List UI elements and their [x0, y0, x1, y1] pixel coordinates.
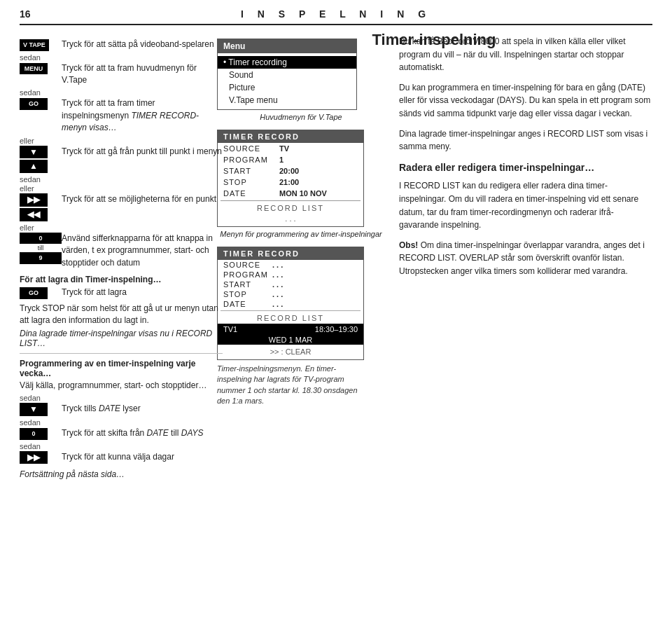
- zero-key: 0: [20, 233, 62, 244]
- tr2-program-row: PROGRAM . . .: [218, 270, 363, 280]
- tr2-source-value: . . .: [272, 261, 283, 269]
- tr2-start-value: . . .: [272, 280, 283, 289]
- go-key: GO: [20, 98, 48, 110]
- numbers-text: Använd sifferknapparna för att knappa in…: [62, 233, 223, 269]
- record-list-entry-tv1: TV1 18:30–19:30: [218, 324, 363, 335]
- menu-key: MENU: [20, 63, 48, 75]
- source-label: SOURCE: [223, 144, 279, 153]
- tr2-program-label: PROGRAM: [223, 270, 272, 279]
- left-column: V TAPE Tryck för att sätta på videoband-…: [20, 39, 223, 479]
- go-key-cell: GO: [20, 97, 62, 110]
- prog-zero-key: 0: [20, 428, 48, 440]
- record-list-label-1: RECORD LIST: [218, 202, 363, 214]
- separator-line: [20, 353, 223, 354]
- ff-key-cell: ▶▶ ◀◀: [20, 193, 62, 221]
- start-value: 20:00: [279, 167, 299, 175]
- record-list-dots-1: . . .: [218, 214, 363, 223]
- timer-record-box-1: TIMER RECORD SOURCE TV PROGRAM 1 START 2…: [217, 130, 364, 227]
- sedan-label-2: sedan: [20, 88, 223, 97]
- tr2-start-row: START . . .: [218, 280, 363, 289]
- section-title: Radera eller redigera timer-inspelningar…: [399, 160, 652, 176]
- timer-record-title-1: TIMER RECORD: [218, 130, 363, 143]
- start-label: START: [223, 167, 279, 175]
- tr2-date-value: . . .: [272, 300, 283, 308]
- tr2-program-value: . . .: [272, 270, 283, 279]
- timer-record-title-2: TIMER RECORD: [218, 247, 363, 260]
- tr2-stop-row: STOP . . .: [218, 289, 363, 299]
- tr2-source-label: SOURCE: [223, 261, 272, 269]
- menu-key-cell: MENU: [20, 62, 62, 75]
- prog-row-2-text: Tryck för att skifta från DATE till DAYS: [62, 427, 204, 439]
- numbers-key-cell: 0 till 9: [20, 233, 62, 264]
- ff-text: Tryck för att se möjligheterna för en pu…: [62, 193, 216, 205]
- timer-record-box-2: TIMER RECORD SOURCE . . . PROGRAM . . . …: [217, 247, 364, 360]
- tr2-date-label: DATE: [223, 300, 272, 308]
- sedan-label-5: sedan: [20, 418, 223, 427]
- page-header: I N S P E L N I N G: [0, 8, 672, 20]
- record-list-label-2: RECORD LIST: [218, 312, 363, 324]
- timer-record-row-program: PROGRAM 1: [218, 154, 363, 165]
- arrow-down-key-cell: ▼ ▲: [20, 146, 62, 174]
- menu-box: Menu Timer recording Sound Picture V.Tap…: [217, 39, 357, 110]
- obs-label: Obs!: [399, 240, 418, 250]
- vtape-key-cell: V TAPE: [20, 39, 62, 51]
- lagra-title: För att lagra din Timer-inspelning…: [20, 275, 223, 284]
- entry-tv1-label: TV1: [223, 325, 237, 333]
- vtape-key: V TAPE: [20, 39, 49, 51]
- source-value: TV: [279, 144, 289, 153]
- prog-row-3: ▶▶ Tryck för att kunna välja dagar: [20, 451, 223, 464]
- eller-label-1: eller: [20, 137, 223, 145]
- obs-row: Obs! Om dina timer-inspelningar överlapp…: [399, 239, 652, 278]
- prog-row-3-text: Tryck för att kunna välja dagar: [62, 451, 174, 463]
- menu-item-vtape-menu[interactable]: V.Tape menu: [218, 94, 356, 106]
- instruction-go: GO Tryck för att ta fram timer inspelnin…: [20, 97, 223, 134]
- sedan-label-3: sedan: [20, 175, 223, 184]
- lagra-go-text: Tryck för att lagra: [62, 287, 127, 298]
- stop-text: Tryck STOP när som helst för att gå ut u…: [20, 303, 223, 327]
- prog-zero-cell: 0: [20, 427, 62, 440]
- date-label: DATE: [223, 189, 279, 198]
- right-para-4: I RECORD LIST kan du redigera eller rade…: [399, 179, 652, 231]
- prog-intro: Välj källa, programnummer, start- och st…: [20, 380, 223, 390]
- arrow-text: Tryck för att gå från punkt till punkt i…: [62, 146, 222, 158]
- arrow-down-key: ▼: [20, 146, 48, 159]
- timer-record-row-start: START 20:00: [218, 165, 363, 177]
- stop-value: 21:00: [279, 178, 299, 186]
- timer-prog-caption: Menyn för programmering av timer-inspeln…: [217, 230, 385, 238]
- prog-row-1: ▼ Tryck tills DATE lyser: [20, 403, 223, 416]
- stop-label: STOP: [223, 178, 279, 186]
- instruction-lagra-go: GO Tryck för att lagra: [20, 287, 223, 299]
- tr2-stop-label: STOP: [223, 290, 272, 298]
- program-value: 1: [279, 156, 284, 164]
- menu-box-title: Menu: [218, 39, 356, 53]
- prog-row-1-text: Tryck tills DATE lyser: [62, 403, 141, 415]
- prog-ff-key: ▶▶: [20, 451, 48, 464]
- eller-label-3: eller: [20, 223, 223, 232]
- tr2-stop-value: . . .: [272, 290, 283, 298]
- sedan-label-6: sedan: [20, 442, 223, 450]
- entry-tv1-time: 18:30–19:30: [315, 325, 358, 333]
- prog-arrow-cell: ▼: [20, 403, 62, 416]
- rw-key: ◀◀: [20, 208, 48, 221]
- lagra-go-cell: GO: [20, 287, 62, 299]
- menu-item-sound[interactable]: Sound: [218, 69, 356, 81]
- sedan-label-4: sedan: [20, 394, 223, 402]
- menu-item-timer-recording[interactable]: Timer recording: [218, 56, 356, 69]
- header-line: [20, 24, 652, 25]
- prog-ff-cell: ▶▶: [20, 451, 62, 464]
- instruction-ff: ▶▶ ◀◀ Tryck för att se möjligheterna för…: [20, 193, 223, 221]
- right-column: Du kan få BeoCord V 8000 att spela in vi…: [399, 35, 652, 281]
- right-para-3: Dina lagrade timer-inspelningar anges i …: [399, 128, 652, 153]
- instruction-arrow-down: ▼ ▲ Tryck för att gå från punkt till pun…: [20, 146, 223, 174]
- instruction-vtape: V TAPE Tryck för att sätta på videoband-…: [20, 39, 223, 51]
- instruction-menu: MENU Tryck för att ta fram huvudmenyn fö…: [20, 62, 223, 87]
- menu-item-picture[interactable]: Picture: [218, 81, 356, 94]
- vtape-text: Tryck för att sätta på videoband-spelare…: [62, 39, 214, 50]
- center-column: Menu Timer recording Sound Picture V.Tap…: [217, 39, 385, 407]
- menu-caption: Huvudmenyn för V.Tape: [217, 113, 385, 121]
- prog-title: Programmering av en timer-inspelning var…: [20, 359, 223, 378]
- prog-row-2: 0 Tryck för att skifta från DATE till DA…: [20, 427, 223, 440]
- go-text: Tryck för att ta fram timer inspelningsm…: [62, 97, 223, 134]
- sedan-label-1: sedan: [20, 53, 223, 62]
- prog-arrow-key: ▼: [20, 403, 48, 416]
